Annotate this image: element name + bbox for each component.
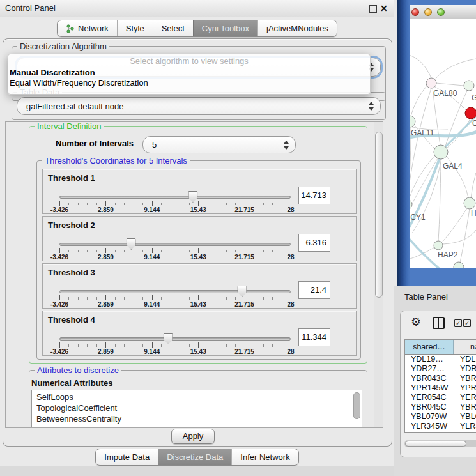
table-row[interactable]: YIL052CYIL0 [405,431,476,433]
popup-item-equal-width-frequency[interactable]: Equal Width/Frequency Discretization [10,78,148,88]
settings-scrollbar-thumb[interactable] [375,132,383,298]
threshold-value-field[interactable]: 21.4 [298,281,330,299]
table-row[interactable]: YBL079WYBL0 [405,412,476,422]
settings-scrollbar-track[interactable] [374,122,383,427]
network-node-label: HAP2 [438,250,458,259]
threshold-value-field[interactable]: 11.344 [298,328,330,346]
tick-mark [272,344,273,347]
attributes-group-title: Attributes to discretize [35,365,121,375]
tab-discretize-data[interactable]: Discretize Data [158,449,231,465]
tick-mark [189,250,190,252]
split-columns-icon[interactable] [433,317,445,329]
tab-infer-network[interactable]: Infer Network [231,449,298,465]
table-hscrollbar-track[interactable] [404,440,476,447]
table-cell[interactable]: YBR045C [405,403,453,412]
table-cell[interactable]: YBR0 [453,403,476,412]
apply-button[interactable]: Apply [171,429,215,444]
tick-mark [198,295,199,300]
scale-label: -3.426 [50,348,68,355]
gear-icon[interactable]: ⚙ [411,315,421,329]
table-cell[interactable]: YER054C [405,393,453,403]
table-cell[interactable]: YIL0 [453,431,476,433]
tick-mark [124,344,125,347]
tick-mark [189,344,190,347]
table-cell[interactable]: YDL19… [405,355,453,364]
table-cell[interactable]: YLR3 [453,422,476,431]
tab-jactivemnodules[interactable]: jActiveMNodules [257,20,337,36]
list-item[interactable]: SelfLoops [32,392,362,403]
checkbox-icon[interactable]: ✓ [463,319,471,327]
tick-mark [142,344,143,347]
table-hscrollbar-thumb[interactable] [405,441,466,447]
network-node[interactable] [464,197,475,209]
float-window-icon[interactable] [369,5,377,13]
network-node[interactable] [464,81,474,91]
list-item[interactable]: TopologicalCoefficient [32,403,362,413]
table-cell[interactable]: YER0 [453,393,476,403]
network-node[interactable] [434,145,448,159]
table-row[interactable]: YPR145WYPR1 [405,383,476,393]
zoom-traffic-light-icon[interactable] [437,8,445,16]
table-row[interactable]: YBR043CYBR0 [405,374,476,383]
table-cell[interactable]: YPR1 [453,383,476,393]
minimize-traffic-light-icon[interactable] [424,8,432,16]
tab-impute-data[interactable]: Impute Data [96,449,158,465]
network-node[interactable] [426,78,436,88]
slider-track[interactable] [59,290,291,293]
table-cell[interactable]: YLR345W [405,422,453,431]
table-row[interactable]: YDL19…YDL1 [405,355,476,364]
table-cell[interactable]: YBR0 [453,374,476,383]
table-cell[interactable]: YDR2 [453,364,476,374]
popup-item-manual-discretization[interactable]: Manual Discretization [10,68,95,78]
stepper-icon [369,102,374,111]
network-node[interactable] [454,262,464,268]
list-item[interactable]: BetweennessCentrality [32,413,362,424]
slider-track[interactable] [59,196,291,199]
checkbox-icon[interactable]: ✓ [454,319,462,327]
table-cell[interactable]: YIL052C [405,431,453,433]
tab-cyni-toolbox[interactable]: Cyni Toolbox [193,20,257,36]
table-cell[interactable]: YPR145W [405,383,453,393]
tick-mark [235,203,236,205]
close-traffic-light-icon[interactable] [411,8,419,16]
slider-track[interactable] [59,243,291,246]
tab-style[interactable]: Style [117,20,153,36]
tab-select[interactable]: Select [153,20,193,36]
tick-mark [245,248,245,253]
control-panel-tabs: NetworkStyleSelectCyni ToolboxjActiveMNo… [57,20,337,37]
column-header-name[interactable]: na [454,340,476,354]
slider-track[interactable] [59,337,291,341]
scale-label: 2.859 [98,254,114,261]
tab-network[interactable]: Network [58,20,117,36]
tick-mark [217,344,217,347]
tick-mark [291,295,291,300]
table-row[interactable]: YER054CYER0 [405,393,476,403]
list-scrollbar-thumb[interactable] [353,392,360,419]
tick-mark [189,297,190,300]
table-cell[interactable]: YBL0 [453,412,476,422]
tick-mark [124,297,125,300]
column-header-shared[interactable]: shared… [405,340,454,354]
table-cell[interactable]: YBL079W [405,412,453,422]
network-node[interactable] [410,199,412,210]
table-row[interactable]: YBR045CYBR0 [405,403,476,412]
tick-mark [245,342,245,348]
table-data-combobox[interactable]: galFiltered.sif default node [17,97,381,115]
algorithm-dropdown-popup: Select algorithm to view settings Manual… [8,54,371,95]
threshold-value-field[interactable]: 14.713 [298,187,330,204]
network-node[interactable] [434,241,443,250]
table-cell[interactable]: YBR043C [405,374,453,383]
table-cell[interactable]: YDL1 [453,355,476,364]
table-row[interactable]: YLR345WYLR3 [405,422,476,431]
network-canvas[interactable]: GAL80GAGAL11CGAL4GCY1HHAP2 [410,19,476,268]
number-of-intervals-combobox[interactable]: 5 [142,136,296,153]
network-node[interactable] [465,107,476,119]
tick-mark [263,203,264,205]
table-cell[interactable]: YDR27… [405,364,453,374]
tab-label: jActiveMNodules [266,20,328,36]
close-icon[interactable]: ✕ [380,3,388,14]
tick-mark [68,250,69,252]
threshold-value-field[interactable]: 6.316 [298,234,330,252]
table-row[interactable]: YDR27…YDR2 [405,364,476,374]
tick-mark [217,250,217,252]
